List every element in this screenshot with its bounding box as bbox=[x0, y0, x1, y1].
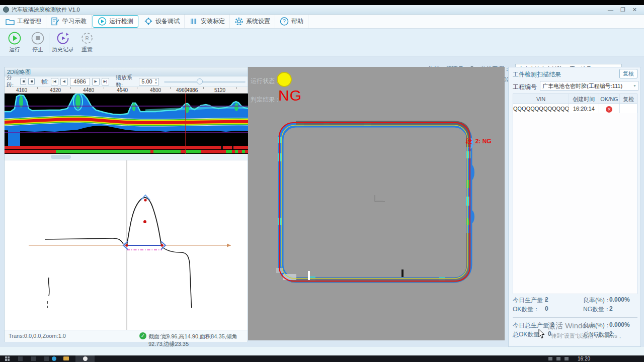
today-prod-value: 2 bbox=[545, 296, 548, 303]
svg-text:?: ? bbox=[283, 19, 286, 24]
tray-icon[interactable] bbox=[565, 357, 569, 360]
hscrollbar-thumb[interactable] bbox=[51, 155, 71, 159]
frame-number-input[interactable] bbox=[70, 78, 90, 85]
ruler-cursor-value: 4986 bbox=[187, 87, 198, 93]
thumbnail-panel: 2D缩略图 分段: 帧: |◀ ◀ ▶ ▶| 缩放系数: 5.00 ▲▼ 416… bbox=[4, 67, 248, 342]
total-yield-value: 0.000% bbox=[609, 321, 630, 328]
run-monitor-panel[interactable]: 运行状态： 判定结果： NG 段_2: NG bbox=[248, 67, 505, 340]
spinner-arrows-icon[interactable]: ▲▼ bbox=[153, 78, 158, 85]
taskbar-app-icon[interactable] bbox=[18, 356, 23, 361]
ng-count-value: 2 bbox=[609, 305, 613, 312]
project-no-value: 广丰电池仓密封胶(工程编号:111) bbox=[542, 83, 622, 89]
tab-help[interactable]: ? 帮助 bbox=[275, 15, 308, 28]
heatmap-graphic bbox=[5, 94, 249, 154]
ribbon-tabs: 工程管理 学习示教 运行检测 设备调试 安装标定 系统设置 ? 帮助 bbox=[0, 15, 644, 29]
action-toolbar: 运行 停止 历史记录 R 重置 你好，管理员 当前工程： 涂胶轨迹: 自动, 标… bbox=[0, 29, 644, 56]
app-icon bbox=[3, 7, 9, 13]
history-button[interactable]: 历史记录 bbox=[51, 32, 74, 53]
zoom-slider[interactable] bbox=[164, 78, 246, 85]
frame-prev-icon[interactable]: ◀ bbox=[60, 78, 68, 85]
history-icon bbox=[56, 32, 69, 45]
run-button[interactable]: 运行 bbox=[3, 32, 26, 53]
tab-label: 学习示教 bbox=[62, 17, 87, 26]
run-play-icon bbox=[8, 32, 21, 45]
segment-result-tag: 段_2: NG bbox=[466, 137, 492, 146]
slider-track[interactable] bbox=[164, 81, 246, 83]
segment-prev-button[interactable] bbox=[20, 78, 27, 85]
tray-icon[interactable] bbox=[556, 357, 560, 360]
tray-icon[interactable] bbox=[548, 357, 552, 360]
tab-run-detection[interactable]: 运行检测 bbox=[93, 15, 138, 28]
frame-first-icon[interactable]: |◀ bbox=[51, 78, 58, 85]
chevron-down-icon: ▼ bbox=[633, 84, 636, 87]
tab-teaching[interactable]: 学习示教 bbox=[46, 15, 92, 28]
table-empty-area bbox=[513, 113, 637, 294]
reset-button[interactable]: R 重置 bbox=[75, 32, 99, 53]
teach-document-icon bbox=[51, 17, 60, 26]
scan-heatmap-view[interactable] bbox=[5, 94, 248, 154]
taskbar-clock[interactable]: 16:20 bbox=[578, 356, 590, 361]
stop-button[interactable]: 停止 bbox=[26, 32, 49, 53]
svg-text:R: R bbox=[85, 36, 89, 41]
tab-install-calibration[interactable]: 安装标定 bbox=[185, 15, 230, 28]
frame-next-icon[interactable]: ▶ bbox=[92, 78, 100, 85]
close-icon[interactable]: ✕ bbox=[632, 7, 637, 13]
check-icon: ✓ bbox=[139, 332, 146, 339]
browser-icon[interactable] bbox=[52, 356, 56, 361]
taskbar-app-icon[interactable] bbox=[31, 356, 36, 361]
frame-ruler[interactable]: 4160 4320 4480 4640 4800 4960 5120 4986 bbox=[5, 87, 248, 94]
stop-icon bbox=[31, 32, 44, 45]
col-header-okng: OK/NG bbox=[599, 94, 620, 104]
active-app-button[interactable] bbox=[75, 355, 95, 362]
heatmap-hscrollbar[interactable] bbox=[5, 154, 248, 160]
tab-label: 帮助 bbox=[291, 17, 303, 26]
frame-last-icon[interactable]: ▶| bbox=[102, 78, 109, 85]
zoom-factor-spinner[interactable]: 5.00 ▲▼ bbox=[139, 78, 159, 85]
mouse-cursor bbox=[538, 329, 545, 339]
project-no-select[interactable]: 广丰电池仓密封胶(工程编号:111) ▼ bbox=[540, 81, 638, 90]
cell-okng: × bbox=[599, 104, 620, 113]
folder-icon bbox=[6, 17, 15, 26]
col-header-time: 创建时间 bbox=[569, 94, 599, 104]
cell-review bbox=[620, 104, 637, 113]
ruler-tick: 4480 bbox=[83, 87, 94, 93]
run-label: 运行 bbox=[9, 46, 20, 52]
activate-windows-watermark: 激活 Windows bbox=[548, 321, 596, 331]
frame-label: 帧: bbox=[42, 78, 49, 85]
ruler-tick: 5120 bbox=[214, 87, 225, 93]
tab-project-management[interactable]: 工程管理 bbox=[1, 15, 46, 28]
restore-icon[interactable]: ❐ bbox=[620, 7, 625, 13]
col-header-vin: VIN bbox=[513, 94, 569, 104]
table-row[interactable]: QQQQQQQQQQQQQ... 16:20:14 × bbox=[513, 104, 637, 114]
taskbar-app-icon[interactable] bbox=[44, 356, 49, 361]
review-button[interactable]: 复核 bbox=[619, 69, 637, 78]
ok-count-value: 0 bbox=[545, 305, 548, 312]
tab-label: 系统设置 bbox=[246, 17, 270, 26]
slider-thumb[interactable] bbox=[197, 78, 203, 84]
profile-statusbar: Trans:0.0,0.0,Zoom:1.0 ✓ 截面:宽9.96,高14.90… bbox=[5, 330, 248, 342]
window-title: 汽车玻璃涂胶检测软件 V1.0 bbox=[12, 6, 80, 14]
tab-label: 工程管理 bbox=[17, 17, 41, 26]
ng-cross-icon: × bbox=[606, 106, 612, 113]
minimize-icon[interactable]: — bbox=[608, 7, 613, 13]
cross-section-view[interactable] bbox=[5, 160, 248, 330]
reset-icon: R bbox=[80, 32, 94, 45]
play-circle-icon bbox=[98, 17, 107, 26]
cell-time: 16:20:14 bbox=[569, 104, 599, 113]
tab-system-settings[interactable]: 系统设置 bbox=[230, 15, 275, 28]
robot-icon bbox=[144, 17, 153, 26]
transform-status: Trans:0.0,0.0,Zoom:1.0 bbox=[9, 333, 66, 339]
cell-vin: QQQQQQQQQQQQQ... bbox=[513, 104, 569, 113]
table-header-row: VIN 创建时间 OK/NG 复检 bbox=[513, 94, 637, 104]
toolbar-separator bbox=[49, 33, 49, 53]
tab-label: 安装标定 bbox=[201, 17, 225, 26]
col-header-review: 复检 bbox=[620, 94, 637, 104]
start-button[interactable] bbox=[5, 356, 10, 361]
scan-results-panel: 工件检测扫描结果 复核 工程编号 广丰电池仓密封胶(工程编号:111) ▼ VI… bbox=[508, 67, 641, 347]
stop-label: 停止 bbox=[32, 46, 43, 52]
explorer-folder-icon[interactable] bbox=[63, 356, 69, 360]
results-panel-title: 工件检测扫描结果 bbox=[513, 70, 561, 79]
segment-next-button[interactable] bbox=[28, 78, 35, 85]
tab-device-debug[interactable]: 设备调试 bbox=[139, 15, 185, 28]
screen-top-strip bbox=[0, 0, 644, 5]
